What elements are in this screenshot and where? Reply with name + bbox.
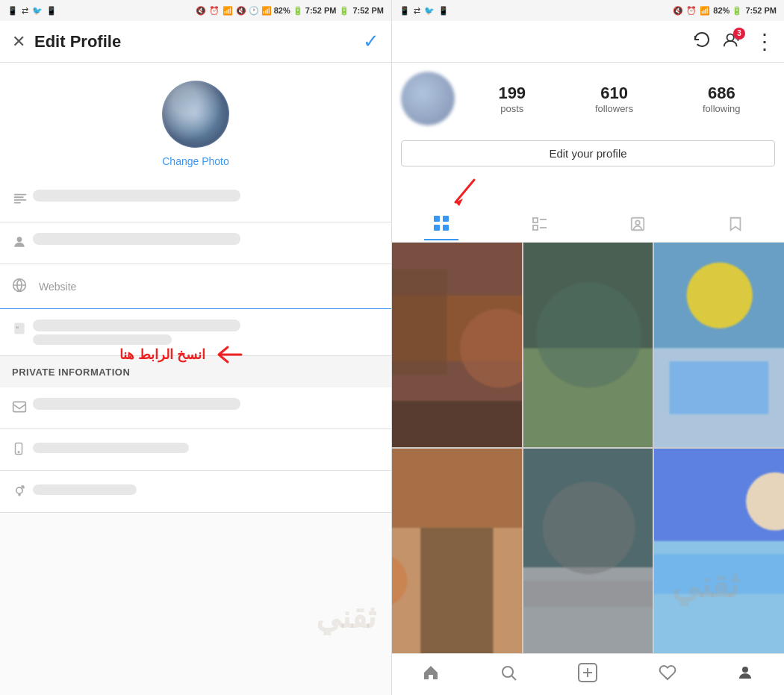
user-icon	[12, 234, 33, 253]
svg-rect-36	[392, 449, 522, 653]
gender-icon	[12, 483, 33, 502]
svg-rect-37	[392, 449, 522, 528]
more-options-icon[interactable]: ⋮	[754, 29, 775, 54]
svg-rect-3	[14, 202, 21, 204]
email-field-row	[0, 387, 391, 429]
svg-rect-49	[654, 554, 784, 593]
avatar[interactable]	[162, 81, 229, 148]
right-phone-icon: 📱	[438, 6, 449, 16]
username-value-blurred[interactable]	[33, 233, 240, 245]
svg-rect-46	[654, 449, 784, 541]
email-value-blurred[interactable]	[33, 398, 240, 410]
svg-point-50	[503, 667, 513, 677]
phone-field-row	[0, 429, 391, 471]
posts-stat: 199 posts	[498, 84, 526, 114]
svg-rect-1	[14, 196, 24, 198]
name-field-row	[0, 179, 391, 222]
status-bar-left-icons: 📱 ⇄ 🐦 📱	[7, 6, 57, 16]
saved-tab[interactable]	[719, 213, 752, 240]
grid-photo-3[interactable]	[654, 243, 784, 447]
home-nav-icon[interactable]	[422, 664, 440, 686]
svg-point-9	[18, 452, 19, 453]
right-time: 7:52 PM	[745, 6, 777, 16]
avatar-section: Change Photo	[0, 63, 391, 179]
svg-rect-31	[654, 243, 784, 447]
add-nav-icon[interactable]	[577, 662, 598, 688]
gender-value-blurred[interactable]	[33, 484, 137, 495]
private-info-title: PRIVATE INFORMATION	[12, 367, 130, 378]
following-stat[interactable]: 686 following	[703, 84, 741, 114]
heart-nav-icon[interactable]	[659, 664, 676, 686]
svg-rect-0	[14, 194, 27, 196]
svg-rect-41	[523, 449, 653, 567]
change-photo-button[interactable]: Change Photo	[162, 155, 229, 167]
grid-photo-2[interactable]	[523, 243, 653, 447]
right-mute-icon: 🔇	[673, 6, 683, 16]
right-wifi-strength-icon: 📶	[700, 6, 710, 16]
grid-photo-6[interactable]	[654, 449, 784, 653]
bio-icon: ❝	[12, 321, 33, 340]
svg-point-21	[636, 220, 641, 225]
svg-point-55	[742, 667, 748, 673]
svg-point-4	[17, 237, 22, 242]
add-person-icon[interactable]: 3	[723, 31, 742, 53]
svg-rect-14	[434, 225, 440, 231]
profile-nav-icon[interactable]	[736, 664, 754, 686]
globe-icon	[12, 278, 33, 296]
posts-label: posts	[500, 103, 523, 114]
edit-your-profile-button[interactable]: Edit your profile	[401, 140, 775, 166]
svg-rect-42	[523, 567, 653, 653]
phone-value-blurred[interactable]	[33, 443, 189, 453]
close-icon[interactable]: ✕	[12, 32, 25, 52]
notification-badge: 3	[733, 28, 745, 40]
website-label[interactable]: Website	[39, 281, 76, 293]
name-value-blurred[interactable]	[33, 190, 240, 202]
phone-icon	[12, 441, 33, 460]
svg-rect-44	[523, 581, 653, 607]
svg-rect-27	[523, 243, 653, 447]
battery-icon: 🔋	[339, 6, 349, 16]
list-tab[interactable]	[523, 213, 557, 240]
wifi-icon: ⇄	[22, 6, 28, 16]
svg-rect-38	[420, 528, 493, 653]
svg-rect-32	[654, 243, 784, 348]
followers-stat[interactable]: 610 followers	[595, 84, 633, 114]
username-field-content	[33, 233, 379, 245]
save-check-icon[interactable]: ✓	[363, 30, 379, 53]
name-field-content	[33, 190, 379, 202]
right-wifi-icon: ⇄	[414, 6, 420, 16]
status-bar-right: 🔇 ⏰ 📶 🔇 🕐 📶 82% 🔋 7:52 PM 🔋 7:52 PM	[196, 6, 384, 16]
svg-rect-2	[14, 199, 27, 201]
arrow-annotation: انسخ الرابط هنا	[119, 343, 249, 366]
form-fields: Website ❝ PRIVATE INFORMATION	[0, 179, 391, 695]
svg-rect-28	[523, 243, 653, 348]
svg-rect-33	[654, 348, 784, 447]
svg-point-48	[746, 473, 784, 531]
red-arrow-left	[211, 343, 249, 366]
svg-rect-26	[392, 401, 522, 447]
grid-photo-1[interactable]	[392, 243, 522, 447]
grid-tab[interactable]	[424, 212, 458, 240]
followers-count: 610	[600, 84, 628, 103]
posts-count: 199	[498, 84, 526, 103]
grid-photo-5[interactable]	[523, 449, 653, 653]
tagged-tab[interactable]	[620, 213, 655, 240]
bio-field-content	[33, 320, 379, 345]
svg-rect-29	[523, 348, 653, 447]
followers-label: followers	[595, 103, 633, 114]
header-left: ✕ Edit Profile	[12, 32, 121, 52]
grid-photo-4[interactable]	[392, 449, 522, 653]
profile-section: 199 posts 610 followers 686 following	[392, 63, 784, 134]
history-icon[interactable]	[693, 31, 711, 53]
bio-value-blurred[interactable]	[33, 320, 240, 331]
right-status-bar: 📱 ⇄ 🐦 📱 🔇 ⏰ 📶 82% 🔋 7:52 PM	[392, 0, 784, 21]
svg-point-30	[536, 282, 641, 387]
bottom-nav	[392, 653, 784, 695]
svg-rect-23	[392, 296, 522, 361]
search-nav-icon[interactable]	[500, 664, 517, 686]
avatar-image	[162, 81, 229, 148]
svg-point-43	[543, 481, 635, 574]
right-avatar	[401, 72, 455, 125]
right-red-arrow	[437, 172, 482, 210]
wifi-strength-icon: 📶	[223, 6, 233, 16]
